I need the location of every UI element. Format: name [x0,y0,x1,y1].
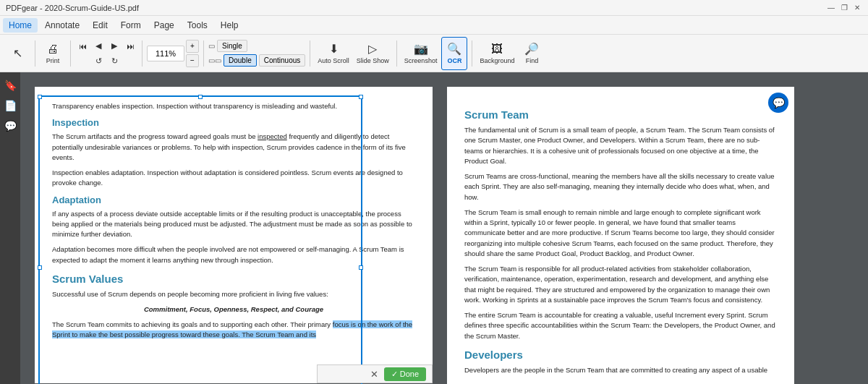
done-close-btn[interactable]: ✕ [367,369,381,380]
handle-tr[interactable] [359,95,363,99]
separator-3 [142,40,142,67]
auto-scroll-label: Auto Scroll [318,57,349,64]
double-view-btn[interactable]: Double [224,54,257,67]
sidebar-bookmark-icon[interactable]: 🔖 [3,78,17,93]
rotate-ccw-btn[interactable]: ↺ [91,55,106,68]
scrum-team-para1: The fundamental unit of Scrum is a small… [464,125,777,166]
select-tool-btn[interactable]: ↖ [4,37,30,70]
ocr-label: OCR [447,57,461,64]
pdf-left-page: Transparency enables inspection. Inspect… [35,87,433,383]
done-btn[interactable]: ✓ Done [384,367,426,381]
screenshot-label: Screenshot [404,57,438,64]
window-controls: — ❐ ✕ [826,3,862,13]
rotate-cw-icon: ↻ [111,56,118,66]
separator-1 [35,40,35,67]
single-view-btn[interactable]: Single [217,40,247,52]
maximize-btn[interactable]: ❐ [839,3,849,13]
scrum-team-para2: Scrum Teams are cross-functional, meanin… [464,171,777,202]
menu-help[interactable]: Help [215,18,244,33]
pdf-area: Transparency enables inspection. Inspect… [20,72,868,384]
separator-6 [396,40,397,67]
single-icon: ▭ [208,42,215,50]
rotate-ccw-icon: ↺ [95,56,102,66]
inspected-text: inspected [258,132,287,140]
auto-scroll-btn[interactable]: ⬇ Auto Scroll [315,37,352,70]
menu-edit[interactable]: Edit [87,18,114,33]
first-page-btn[interactable]: ⏮ [75,39,90,54]
handle-ml[interactable] [38,265,42,270]
main-area: 🔖 📄 💬 Transparency enables inspection. I… [0,72,868,384]
checkmark-icon: ✓ [391,370,398,379]
first-page-icon: ⏮ [79,42,87,51]
transparency-text: Transparency enables inspection. Inspect… [52,101,415,111]
left-sidebar: 🔖 📄 💬 [0,72,20,384]
screenshot-btn[interactable]: 📷 Screenshot [401,37,441,70]
pdf-right-page: 💬 Scrum Team The fundamental unit of Scr… [447,87,794,384]
find-icon: 🔎 [524,42,539,56]
prev-page-icon: ◀ [95,41,101,51]
slide-show-label: Slide Show [357,57,389,64]
close-btn[interactable]: ✕ [852,3,862,13]
ocr-btn[interactable]: 🔍 OCR [441,37,467,70]
scrum-team-heading: Scrum Team [464,108,777,121]
menu-form[interactable]: Form [115,18,147,33]
screenshot-icon: 📷 [414,42,428,56]
scrum-values-body2: The Scrum Team commits to achieving its … [52,320,415,341]
next-page-btn[interactable]: ▶ [107,39,122,54]
background-btn[interactable]: 🖼 Background [477,37,517,70]
rotate-cw-btn[interactable]: ↻ [107,55,122,68]
handle-tl[interactable] [38,95,42,99]
app-title: PDFgear - 2020-Scrum-Guide-US.pdf [6,4,139,12]
scrum-values-body1: Successful use of Scrum depends on peopl… [52,289,415,299]
find-label: Find [526,57,539,64]
zoom-out-btn[interactable]: − [186,54,199,67]
highlighted-text: focus is on the work of the Sprint to ma… [52,320,412,338]
handle-mr[interactable] [359,265,363,270]
menu-bar: Home Annotate Edit Form Page Tools Help [0,16,868,35]
inspection-body2: Inspection enables adaptation. Inspectio… [52,168,415,189]
done-bar: ✕ ✓ Done [317,364,433,383]
menu-home[interactable]: Home [3,18,38,33]
zoom-input[interactable] [147,46,184,61]
menu-page[interactable]: Page [148,18,180,33]
background-label: Background [480,57,514,64]
background-icon: 🖼 [491,43,503,56]
handle-tm[interactable] [198,95,203,99]
auto-scroll-icon: ⬇ [329,42,339,56]
adaptation-heading: Adaptation [52,195,415,205]
zoom-control: + − [147,37,199,70]
separator-5 [310,40,310,67]
double-icon: ▭▭ [208,56,221,64]
prev-page-btn[interactable]: ◀ [91,39,106,54]
scrum-team-para3: The Scrum Team is small enough to remain… [464,208,777,259]
inspection-heading: Inspection [52,117,415,128]
cursor-icon: ↖ [13,46,22,60]
print-btn[interactable]: 🖨 Print [40,37,66,70]
developers-body: Developers are the people in the Scrum T… [464,365,777,375]
sidebar-comment-icon[interactable]: 💬 [3,119,17,133]
scrum-values-heading: Scrum Values [52,273,415,285]
find-btn[interactable]: 🔎 Find [519,37,545,70]
adaptation-body2: Adaptation becomes more difficult when t… [52,244,415,265]
last-page-icon: ⏭ [127,42,135,51]
last-page-btn[interactable]: ⏭ [123,39,137,54]
toolbar: ↖ 🖨 Print ⏮ ◀ ▶ ⏭ ↺ ↻ [0,35,868,72]
adaptation-body1: If any aspects of a process deviate outs… [52,209,415,240]
sidebar-page-icon[interactable]: 📄 [3,98,17,113]
scrum-values-bold: Commitment, Focus, Openness, Respect, an… [52,304,415,315]
ocr-icon: 🔍 [447,42,461,56]
scrum-team-para5: The entire Scrum Team is accountable for… [464,310,777,341]
menu-annotate[interactable]: Annotate [39,18,85,33]
slide-show-btn[interactable]: ▷ Slide Show [354,37,392,70]
separator-4 [203,40,204,67]
title-bar: PDFgear - 2020-Scrum-Guide-US.pdf — ❐ ✕ [0,0,868,16]
minimize-btn[interactable]: — [826,3,836,13]
menu-tools[interactable]: Tools [182,18,213,33]
inspection-body1: The Scrum artifacts and the progress tow… [52,132,415,163]
next-page-icon: ▶ [111,41,117,51]
separator-7 [472,40,472,67]
zoom-in-btn[interactable]: + [186,40,199,53]
separator-2 [70,40,71,67]
continuous-view-btn[interactable]: Continuous [259,54,306,67]
chat-icon[interactable]: 💬 [768,93,788,113]
